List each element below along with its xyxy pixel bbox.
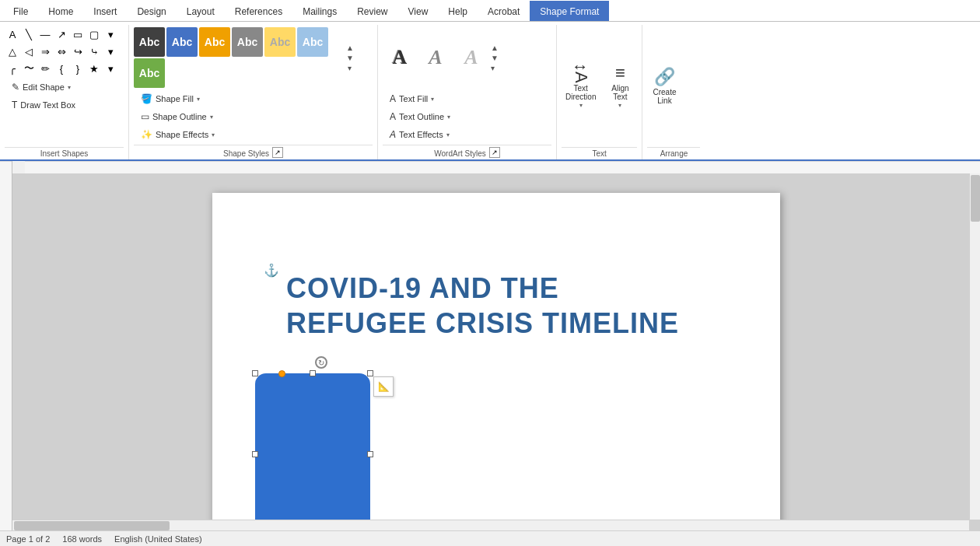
tab-help[interactable]: Help bbox=[438, 1, 478, 21]
handle-top-mid[interactable] bbox=[310, 370, 316, 376]
scribble-icon[interactable]: ✏ bbox=[37, 61, 53, 76]
curved-arrow-icon[interactable]: ↪ bbox=[70, 44, 86, 59]
vertical-scrollbar[interactable] bbox=[969, 173, 980, 520]
tab-bar: File Home Insert Design Layout Reference… bbox=[0, 0, 980, 22]
orange-adjustment-handle[interactable] bbox=[278, 370, 285, 377]
shape-style-gray[interactable]: Abc bbox=[232, 27, 263, 57]
blue-rounded-rectangle[interactable] bbox=[255, 373, 370, 530]
title-line1: COVID-19 AND THE bbox=[286, 271, 679, 306]
tab-home[interactable]: Home bbox=[38, 1, 83, 21]
rtriangle-icon[interactable]: ◁ bbox=[21, 44, 37, 59]
shape-style-lightblue[interactable]: Abc bbox=[297, 27, 328, 57]
wordart-styles-label: WordArt Styles bbox=[434, 148, 486, 158]
shape-styles-expand-button[interactable]: ↗ bbox=[272, 147, 283, 158]
arrow-icon[interactable]: ↗ bbox=[54, 26, 69, 42]
bracket-icon[interactable]: } bbox=[70, 61, 86, 76]
brace-icon[interactable]: { bbox=[54, 61, 69, 76]
text-outline-dropdown: ▾ bbox=[447, 114, 450, 121]
curve-icon[interactable]: 〜 bbox=[21, 61, 37, 76]
arrange-label: Arrange bbox=[647, 147, 700, 159]
freeform-icon[interactable]: ╭ bbox=[5, 61, 20, 76]
align-text-icon: ≡ bbox=[615, 63, 625, 83]
shape-outline-dropdown: ▾ bbox=[210, 114, 213, 121]
text-outline-button[interactable]: A Text Outline ▾ bbox=[383, 108, 551, 125]
tab-mailings[interactable]: Mailings bbox=[292, 1, 347, 21]
tab-file[interactable]: File bbox=[3, 1, 38, 21]
triangle-icon[interactable]: △ bbox=[5, 44, 20, 59]
tab-references[interactable]: References bbox=[225, 1, 292, 21]
shape-style-yellow[interactable]: Abc bbox=[264, 27, 296, 57]
rect-icon[interactable]: ▭ bbox=[70, 26, 86, 42]
tab-review[interactable]: Review bbox=[347, 1, 397, 21]
handle-top-right[interactable] bbox=[367, 370, 373, 376]
tab-shape-format[interactable]: Shape Format bbox=[530, 1, 609, 21]
draw-text-box-label: Draw Text Box bbox=[20, 100, 75, 110]
shape-effects-dropdown: ▾ bbox=[212, 131, 215, 138]
layout-options-button[interactable]: 📐 bbox=[373, 376, 394, 397]
wordart-styles-expand-button[interactable]: ↗ bbox=[489, 147, 500, 158]
document-page: ⚓ COVID-19 AND THE REFUGEE CRISIS TIMELI… bbox=[212, 193, 780, 530]
rotate-handle[interactable]: ↻ bbox=[315, 356, 327, 369]
rounded-rect-icon[interactable]: ▢ bbox=[86, 26, 102, 42]
text-direction-button[interactable]: ↕A TextDirection ▾ bbox=[562, 61, 600, 112]
shape-fill-icon: 🪣 bbox=[141, 93, 152, 104]
anchor-icon: ⚓ bbox=[264, 263, 279, 278]
tab-insert[interactable]: Insert bbox=[83, 1, 127, 21]
line2-icon[interactable]: — bbox=[37, 26, 53, 42]
align-text-label: AlignText bbox=[611, 84, 628, 101]
shape-style-orange[interactable]: Abc bbox=[199, 27, 230, 57]
shape-style-green[interactable]: Abc bbox=[134, 58, 165, 88]
wordart-style-2[interactable]: A bbox=[418, 40, 453, 75]
page-info: Page 1 of 2 bbox=[6, 534, 50, 544]
styles-scroll-up[interactable]: ▲ bbox=[346, 44, 354, 52]
language: English (United States) bbox=[114, 534, 202, 544]
wordart-scroll-up[interactable]: ▲ bbox=[491, 44, 499, 52]
text-outline-label: Text Outline bbox=[399, 112, 444, 121]
double-arrow-icon[interactable]: ⇔ bbox=[54, 44, 69, 59]
more-shapes-icon[interactable]: ▾ bbox=[103, 26, 118, 42]
align-text-button[interactable]: ≡ AlignText ▾ bbox=[603, 61, 637, 112]
text-effects-icon: A bbox=[390, 129, 396, 140]
shapes-more2-icon[interactable]: ▾ bbox=[103, 44, 118, 59]
shape-outline-button[interactable]: ▭ Shape Outline ▾ bbox=[134, 108, 373, 125]
vertical-ruler bbox=[0, 161, 12, 530]
text-fill-label: Text Fill bbox=[399, 94, 428, 103]
tab-acrobat[interactable]: Acrobat bbox=[478, 1, 530, 21]
status-bar: Page 1 of 2 168 words English (United St… bbox=[0, 530, 980, 546]
shapes-more3-icon[interactable]: ▾ bbox=[103, 61, 118, 76]
scroll-thumb-v[interactable] bbox=[971, 175, 980, 222]
styles-scroll-down[interactable]: ▼ bbox=[346, 54, 354, 62]
wordart-expand[interactable]: ▾ bbox=[491, 64, 499, 72]
handle-mid-left[interactable] bbox=[252, 451, 258, 457]
wordart-scroll-down[interactable]: ▼ bbox=[491, 54, 499, 62]
edit-shape-button[interactable]: ✎ Edit Shape ▾ bbox=[5, 79, 124, 96]
align-text-dropdown: ▾ bbox=[618, 102, 621, 109]
styles-expand[interactable]: ▾ bbox=[348, 64, 352, 72]
tab-design[interactable]: Design bbox=[127, 1, 176, 21]
star-icon[interactable]: ★ bbox=[86, 61, 102, 76]
title-line2: REFUGEE CRISIS TIMELINE bbox=[286, 306, 679, 341]
handle-top-left[interactable] bbox=[252, 370, 258, 376]
line-icon[interactable]: ╲ bbox=[21, 26, 37, 42]
horizontal-scrollbar[interactable] bbox=[12, 520, 969, 530]
create-link-button[interactable]: 🔗 CreateLink bbox=[647, 61, 681, 112]
text-box-icon[interactable]: A bbox=[5, 26, 20, 42]
text-effects-label: Text Effects bbox=[399, 130, 443, 139]
tab-layout[interactable]: Layout bbox=[177, 1, 225, 21]
scroll-thumb-h[interactable] bbox=[14, 521, 170, 530]
arrow2-icon[interactable]: ⇒ bbox=[37, 44, 53, 59]
shape-style-blue[interactable]: Abc bbox=[166, 27, 198, 57]
wordart-style-1[interactable]: A bbox=[383, 40, 417, 75]
shape-effects-button[interactable]: ✨ Shape Effects ▾ bbox=[134, 126, 373, 143]
shape-fill-button[interactable]: 🪣 Shape Fill ▾ bbox=[134, 90, 373, 107]
tab-view[interactable]: View bbox=[398, 1, 439, 21]
shape-style-dark[interactable]: Abc bbox=[134, 27, 165, 57]
insert-shapes-label: Insert Shapes bbox=[5, 147, 124, 159]
text-effects-button[interactable]: A Text Effects ▾ bbox=[383, 126, 551, 143]
draw-text-box-button[interactable]: T Draw Text Box bbox=[5, 96, 124, 114]
wordart-style-3[interactable]: A bbox=[454, 40, 488, 75]
shape-fill-label: Shape Fill bbox=[156, 94, 194, 103]
connector-icon[interactable]: ⤷ bbox=[86, 44, 102, 59]
text-fill-button[interactable]: A Text Fill ▾ bbox=[383, 90, 551, 107]
handle-mid-right[interactable] bbox=[367, 451, 373, 457]
